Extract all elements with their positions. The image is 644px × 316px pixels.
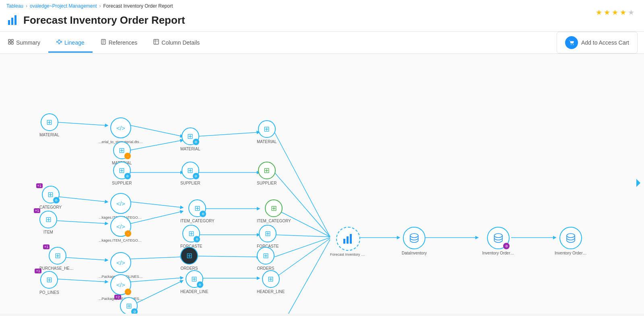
node-label-supplier-mid: SUPPLIER	[180, 181, 200, 185]
references-icon	[101, 39, 106, 46]
summary-icon	[8, 39, 14, 46]
node-circle-headlines-flow2: </> →	[110, 274, 131, 295]
expand-right-arrow[interactable]	[634, 175, 642, 193]
node-circle-inventory-order-report	[559, 227, 582, 249]
node-circle-po-lines: +1 ⊞	[40, 271, 58, 289]
node-data-inventory[interactable]: DataInventory	[402, 227, 427, 255]
svg-rect-3	[8, 39, 10, 41]
svg-point-10	[60, 41, 62, 43]
node-orders-right[interactable]: ⊞ ORDERS	[257, 247, 275, 271]
star-3[interactable]: ★	[612, 8, 618, 17]
node-supplier-mid[interactable]: ⊞ ⚙ SUPPLIER	[180, 162, 200, 185]
tab-references[interactable]: References	[93, 33, 146, 53]
tab-summary[interactable]: Summary	[0, 33, 48, 53]
node-circle-forcaste-right: ⊞	[259, 225, 277, 242]
node-item-category-flow2[interactable]: </> → ...kages.ITEM_CATEGORYS.dtsx.Data …	[99, 216, 143, 242]
node-material-source[interactable]: ⊞ MATERIAL	[39, 113, 59, 137]
stars-rating[interactable]: ★ ★ ★ ★ ★	[596, 8, 634, 17]
svg-line-28	[198, 132, 258, 136]
lineage-connections	[0, 54, 644, 314]
lineage-canvas: ⊞ MATERIAL </> ...erial_to_stgmaterial.d…	[0, 54, 644, 314]
node-circle-material-source: ⊞	[41, 113, 58, 131]
tab-column-details[interactable]: Column Details	[145, 33, 208, 53]
node-label-data-inventory: DataInventory	[402, 251, 427, 255]
node-circle-material-flow: </>	[110, 117, 131, 138]
svg-rect-0	[8, 20, 10, 25]
node-circle-purchase-header: +1 ⊞	[49, 247, 66, 265]
node-po-lines-source[interactable]: +1 ⊞ PO_LINES	[39, 271, 59, 295]
tabs-container: Summary Lineage	[0, 33, 557, 53]
svg-line-14	[60, 42, 60, 44]
node-label-category-source: CATEGORY	[39, 205, 62, 209]
breadcrumb-tableau[interactable]: Tableau	[6, 3, 23, 9]
node-label-supplier-right: SUPPLIER	[257, 181, 277, 185]
breadcrumb-current: Forecast Inventory Order Report	[103, 3, 173, 9]
svg-point-8	[58, 40, 60, 41]
badge-arrow-headlines: →	[125, 289, 131, 295]
node-circle-item-cat-mid: ⊞ ⚙	[188, 199, 206, 217]
star-1[interactable]: ★	[596, 8, 602, 17]
node-circle-material-src2: ⊞ →	[113, 142, 131, 159]
node-supplier-right[interactable]: ⊞ SUPPLIER	[257, 162, 277, 185]
svg-point-64	[567, 234, 575, 238]
page-icon	[6, 14, 19, 27]
svg-line-11	[58, 41, 58, 42]
node-inventory-order-reportdb[interactable]: ⚙ Inventory Order ReportDB	[482, 227, 514, 255]
star-2[interactable]: ★	[604, 8, 610, 17]
tab-lineage-label: Lineage	[64, 39, 85, 46]
svg-point-62	[410, 234, 418, 238]
svg-rect-2	[14, 15, 17, 25]
node-forcaste-right[interactable]: ⊞ FORCASTE	[257, 225, 279, 248]
svg-rect-59	[347, 236, 349, 244]
node-circle-material-right: ⊞	[258, 120, 276, 138]
add-to-cart-button[interactable]: Add to Access Cart	[557, 32, 638, 53]
node-label-item-cat-flow2: ...kages.ITEM_CATEGORYS.dtsx.Data Flow T…	[99, 238, 143, 242]
badge-gear-item-cat-bot: ⚙	[131, 308, 138, 314]
node-circle-item-cat-flow2: </> →	[110, 216, 131, 237]
node-label-inventory-order-reportdb: Inventory Order ReportDB	[482, 251, 514, 255]
node-orders-mid[interactable]: ⊞ ORDERS	[180, 247, 198, 271]
node-material-right[interactable]: ⊞ MATERIAL	[257, 120, 277, 144]
node-circle-item-source: +1 ⊞	[39, 211, 57, 228]
node-forcaste-mid[interactable]: ⊞ ⚙ FORCASTE	[180, 225, 202, 248]
tab-summary-label: Summary	[16, 39, 40, 46]
node-circle-headlines-flow1: </>	[110, 252, 131, 273]
star-4[interactable]: ★	[620, 8, 626, 17]
node-circle-forcaste-mid: ⊞ ⚙	[182, 225, 200, 242]
node-label-item-cat-right: ITEM_CATEGORY	[257, 219, 291, 223]
node-forecast-report[interactable]: Forecast Inventory Order Report	[330, 227, 366, 256]
node-material-flow[interactable]: </> ...erial_to_stgmaterial.dtsx.Data Fl…	[99, 117, 143, 144]
tab-lineage[interactable]: Lineage	[48, 33, 93, 53]
node-category-source[interactable]: +1 ⊞ ⚙ CATEGORY	[39, 186, 62, 209]
node-item-source[interactable]: +1 ⊞ ITEM	[39, 211, 57, 234]
badge-gear-forcaste-mid: ⚙	[194, 236, 200, 242]
node-item-category-bot[interactable]: +2 ⊞ ⚙ ITEM_CATEGORY	[112, 297, 146, 314]
breadcrumb-sep-2: ›	[99, 3, 101, 9]
breadcrumb-project[interactable]: ovaledge~Project Management	[30, 3, 97, 9]
node-inventory-order-report[interactable]: Inventory Order Report	[555, 227, 587, 255]
badge-gear-item-cat-mid: ⚙	[200, 211, 206, 217]
node-header-line-mid[interactable]: ⊞ ⚙ HEADER_LINE	[180, 270, 208, 294]
node-material-mid[interactable]: ⊞ ⚙ MATERIAL	[180, 127, 200, 151]
badge-gear-header-line-mid: ⚙	[197, 281, 203, 288]
tab-column-details-label: Column Details	[161, 39, 200, 46]
svg-line-51	[275, 235, 330, 237]
column-details-icon	[153, 39, 159, 46]
tab-references-label: References	[109, 39, 138, 46]
badge-gear-supplier-mid: ⚙	[193, 173, 199, 179]
node-item-category-mid[interactable]: ⊞ ⚙ ITEM_CATEGORY	[180, 199, 215, 223]
star-5[interactable]: ★	[628, 8, 634, 17]
node-supplier-src[interactable]: ⊞ ⚙ SUPPLIER	[112, 162, 132, 185]
node-label-forecast-report: Forecast Inventory Order Report	[330, 252, 366, 256]
cart-icon	[565, 36, 578, 49]
svg-point-7	[56, 41, 58, 43]
node-header-line-right[interactable]: ⊞ HEADER_LINE	[257, 270, 285, 294]
node-label-item-source: ITEM	[43, 230, 53, 234]
node-circle-supplier-right: ⊞	[258, 162, 276, 179]
node-circle-header-line-right: ⊞	[262, 270, 280, 288]
svg-rect-4	[11, 39, 13, 41]
node-item-category-right[interactable]: ⊞ ITEM_CATEGORY	[257, 199, 291, 223]
node-purchase-header-source[interactable]: +1 ⊞ PURCHASE_HEADER	[39, 247, 76, 271]
svg-point-22	[571, 44, 572, 45]
svg-rect-60	[350, 234, 352, 244]
